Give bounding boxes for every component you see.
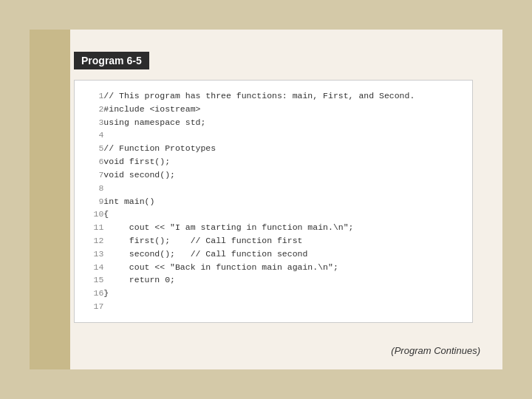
- line-code: // Function Prototypes: [103, 142, 462, 155]
- line-number: 6: [85, 155, 103, 168]
- line-code: cout << "Back in function main again.\n"…: [103, 261, 462, 274]
- slide-container: Program 6-5 1// This program has three f…: [30, 30, 502, 369]
- left-decorative-bar: [30, 30, 70, 369]
- code-line: 6void first();: [85, 155, 462, 168]
- code-line: 2#include <iostream>: [85, 103, 462, 116]
- program-title: Program 6-5: [74, 52, 149, 69]
- line-code: void second();: [103, 168, 462, 182]
- line-code: cout << "I am starting in function main.…: [103, 221, 462, 234]
- line-number: 17: [85, 300, 103, 313]
- line-code: void first();: [103, 155, 462, 168]
- code-line: 5// Function Prototypes: [85, 142, 462, 155]
- code-line: 17: [85, 300, 462, 313]
- code-line: 12 first(); // Call function first: [85, 234, 462, 248]
- code-line: 15 return 0;: [85, 273, 462, 287]
- line-number: 4: [85, 129, 103, 142]
- code-line: 10{: [85, 208, 462, 221]
- line-number: 1: [85, 89, 103, 103]
- line-number: 14: [85, 261, 103, 274]
- line-number: 2: [85, 103, 103, 116]
- code-block: 1// This program has three functions: ma…: [74, 80, 473, 323]
- line-number: 11: [85, 221, 103, 234]
- line-number: 15: [85, 273, 103, 287]
- line-number: 7: [85, 168, 103, 182]
- line-code: // This program has three functions: mai…: [103, 89, 462, 103]
- line-code: using namespace std;: [103, 116, 462, 129]
- line-number: 13: [85, 248, 103, 261]
- code-line: 9int main(): [85, 195, 462, 208]
- line-code: [103, 182, 462, 195]
- code-line: 16}: [85, 287, 462, 300]
- line-code: [103, 129, 462, 142]
- line-number: 9: [85, 195, 103, 208]
- content-area: Program 6-5 1// This program has three f…: [74, 52, 473, 323]
- line-number: 8: [85, 182, 103, 195]
- code-line: 8: [85, 182, 462, 195]
- code-line: 7void second();: [85, 168, 462, 182]
- code-line: 13 second(); // Call function second: [85, 248, 462, 261]
- code-line: 1// This program has three functions: ma…: [85, 89, 462, 103]
- line-code: return 0;: [103, 273, 462, 287]
- line-number: 5: [85, 142, 103, 155]
- line-code: }: [103, 287, 462, 300]
- line-code: first(); // Call function first: [103, 234, 462, 248]
- line-number: 10: [85, 208, 103, 221]
- line-code: {: [103, 208, 462, 221]
- code-line: 3using namespace std;: [85, 116, 462, 129]
- line-number: 16: [85, 287, 103, 300]
- line-code: [103, 300, 462, 313]
- code-table: 1// This program has three functions: ma…: [85, 89, 462, 313]
- code-line: 14 cout << "Back in function main again.…: [85, 261, 462, 274]
- continues-label: (Program Continues): [391, 345, 480, 356]
- code-line: 11 cout << "I am starting in function ma…: [85, 221, 462, 234]
- line-code: second(); // Call function second: [103, 248, 462, 261]
- line-code: #include <iostream>: [103, 103, 462, 116]
- code-line: 4: [85, 129, 462, 142]
- line-number: 12: [85, 234, 103, 248]
- line-code: int main(): [103, 195, 462, 208]
- line-number: 3: [85, 116, 103, 129]
